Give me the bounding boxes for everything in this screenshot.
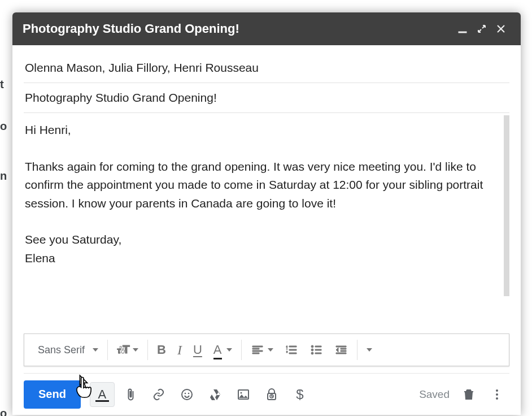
toolbar-divider bbox=[357, 340, 357, 360]
confidential-mode-button[interactable] bbox=[259, 382, 284, 407]
numbered-list-icon bbox=[285, 343, 298, 357]
drive-icon bbox=[208, 388, 222, 401]
send-button[interactable]: Send bbox=[24, 380, 81, 409]
body-signoff: See you Saturday, bbox=[25, 231, 507, 249]
recipients-field[interactable]: Olenna Mason, Julia Fillory, Henri Rouss… bbox=[24, 55, 509, 83]
svg-text:T: T bbox=[123, 343, 130, 356]
insert-link-button[interactable] bbox=[146, 382, 171, 407]
svg-point-13 bbox=[496, 389, 498, 392]
align-left-icon bbox=[251, 343, 264, 357]
formatting-options-button[interactable]: A bbox=[90, 382, 115, 407]
attach-file-button[interactable] bbox=[118, 382, 143, 407]
scrollbar[interactable] bbox=[504, 115, 509, 296]
discard-draft-button[interactable] bbox=[456, 382, 481, 407]
align-dropdown[interactable] bbox=[245, 337, 279, 362]
body-signature-name: Elena bbox=[25, 249, 507, 268]
bg-fragment: n bbox=[0, 170, 7, 183]
underline-button[interactable]: U bbox=[187, 337, 208, 362]
svg-point-5 bbox=[311, 352, 313, 354]
paperclip-icon bbox=[124, 388, 137, 401]
text-color-dropdown[interactable]: A bbox=[208, 337, 238, 362]
minimize-button[interactable] bbox=[453, 19, 472, 38]
bg-fragment: t bbox=[0, 78, 4, 91]
bulleted-list-button[interactable] bbox=[304, 337, 329, 362]
more-vert-icon bbox=[490, 388, 504, 401]
insert-drive-button[interactable] bbox=[203, 382, 228, 407]
expand-icon bbox=[477, 24, 487, 34]
saved-indicator: Saved bbox=[419, 388, 450, 401]
bg-fragment: o bbox=[0, 120, 7, 133]
close-button[interactable] bbox=[491, 19, 511, 38]
compose-window: Photography Studio Grand Opening! Olenna… bbox=[12, 12, 521, 415]
message-body[interactable]: Hi Henri, Thanks again for coming to the… bbox=[24, 113, 509, 329]
lock-clock-icon bbox=[265, 388, 278, 401]
font-family-label: Sans Serif bbox=[38, 344, 85, 356]
chevron-down-icon bbox=[268, 348, 273, 352]
svg-point-15 bbox=[496, 397, 498, 400]
subject-field[interactable]: Photography Studio Grand Opening! bbox=[24, 83, 509, 113]
link-icon bbox=[152, 388, 165, 401]
chevron-down-icon bbox=[367, 348, 372, 352]
image-icon bbox=[237, 388, 250, 401]
titlebar: Photography Studio Grand Opening! bbox=[12, 12, 521, 45]
chevron-down-icon bbox=[226, 348, 232, 352]
more-formatting-dropdown[interactable] bbox=[361, 337, 378, 362]
italic-button[interactable]: I bbox=[172, 337, 187, 362]
svg-point-4 bbox=[311, 349, 313, 351]
svg-point-6 bbox=[182, 389, 192, 400]
toolbar-divider bbox=[241, 340, 242, 360]
trash-icon bbox=[462, 388, 476, 401]
bold-button[interactable]: B bbox=[151, 337, 172, 362]
svg-point-3 bbox=[311, 345, 313, 348]
toolbar-divider bbox=[107, 340, 108, 360]
chevron-down-icon bbox=[133, 348, 138, 352]
formatting-toolbar: Sans Serif тT B I U A bbox=[24, 333, 509, 366]
chevron-down-icon bbox=[93, 348, 98, 352]
svg-point-8 bbox=[188, 392, 190, 394]
emoji-icon bbox=[180, 388, 194, 401]
svg-point-7 bbox=[185, 392, 186, 394]
svg-point-14 bbox=[496, 393, 498, 396]
minimize-icon bbox=[457, 24, 468, 34]
more-options-button[interactable] bbox=[485, 382, 509, 407]
action-bar: Send A $ Saved bbox=[24, 373, 509, 415]
font-size-icon: тT bbox=[117, 343, 130, 357]
font-family-dropdown[interactable]: Sans Serif bbox=[30, 344, 104, 356]
toolbar-divider bbox=[147, 340, 148, 360]
svg-text:т: т bbox=[117, 345, 121, 355]
numbered-list-button[interactable] bbox=[279, 337, 304, 362]
fullscreen-button[interactable] bbox=[472, 19, 491, 38]
close-icon bbox=[496, 24, 506, 34]
svg-point-10 bbox=[240, 392, 242, 393]
font-size-dropdown[interactable]: тT bbox=[111, 337, 144, 362]
text-color-icon: A bbox=[213, 343, 222, 357]
insert-emoji-button[interactable] bbox=[175, 382, 199, 407]
insert-money-button[interactable]: $ bbox=[287, 382, 312, 407]
insert-photo-button[interactable] bbox=[231, 382, 256, 407]
bg-fragment: o bbox=[0, 407, 7, 416]
window-title: Photography Studio Grand Opening! bbox=[23, 21, 453, 36]
body-greeting: Hi Henri, bbox=[25, 121, 507, 140]
compose-body: Olenna Mason, Julia Fillory, Henri Rouss… bbox=[12, 45, 521, 329]
indent-less-button[interactable] bbox=[329, 337, 354, 362]
svg-rect-0 bbox=[459, 32, 466, 33]
body-paragraph: Thanks again for coming to the grand ope… bbox=[25, 158, 507, 213]
indent-less-icon bbox=[334, 343, 348, 357]
bulleted-list-icon bbox=[309, 343, 323, 357]
